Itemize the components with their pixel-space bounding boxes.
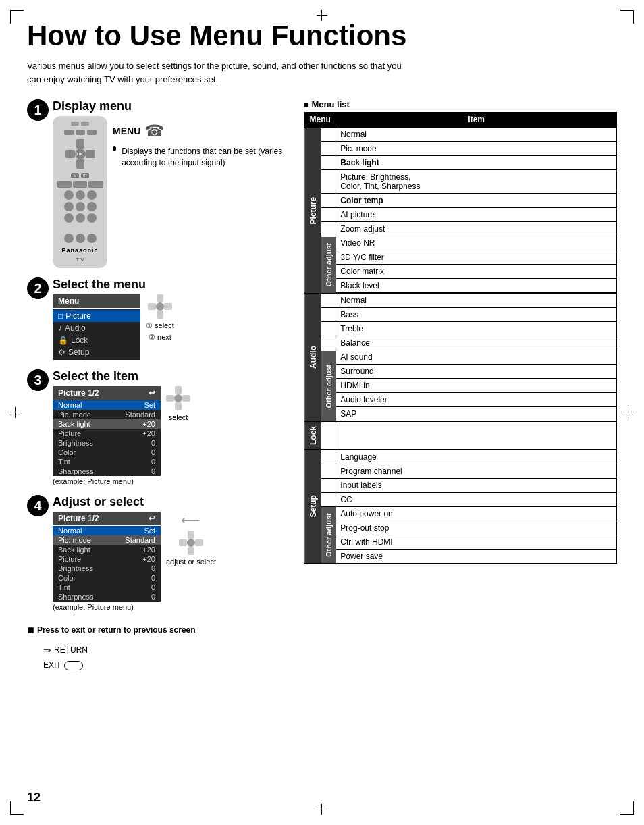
table-row: Pic. mode [304,142,617,156]
table-row: Treble [304,322,617,336]
step-2-content: Select the menu Menu □Picture ♪Audio [53,277,290,360]
table-row: Lock [304,421,617,450]
item-lock [336,421,617,450]
menu4-picture[interactable]: Picture+20 [53,554,161,564]
step-1-content: Display menu [53,99,290,268]
menu-header-2: Menu [53,294,140,308]
item-3d-yc-filter: 3D Y/C filter [336,250,617,265]
crosshair-top [317,10,327,21]
table-row: Bass [304,308,617,322]
step-4-menu-box: Picture 1/2 ↩ NormalSet Pic. modeStandar… [53,512,161,602]
setup-category: Setup [304,450,321,564]
audio-category: Audio [304,293,321,421]
item-ai-picture: AI picture [336,208,617,222]
table-row: CC [304,493,617,507]
item-video-nr: Video NR [336,236,617,250]
menu3-normal[interactable]: NormalSet [53,400,161,410]
menu-list-title: Menu list [304,99,617,109]
item-sap: SAP [336,407,617,422]
remote-dpad[interactable]: OK [65,139,95,169]
step-2: 2 Select the menu Menu □Picture ♪Audio [27,277,290,360]
item-normal-2: Normal [336,293,617,308]
menu-item-setup[interactable]: ⚙Setup [53,346,140,358]
menu3-back-light[interactable]: Back light+20 [53,419,161,429]
item-cc: CC [336,493,617,507]
table-row: Color temp [304,194,617,208]
corner-mark-bl [10,801,24,815]
step-1-number: 1 [27,99,49,121]
press-exit-section: ■ Press to exit or return to previous sc… [27,620,290,672]
step-1-labels: MENU ☎ Displays the functions that can b… [113,122,290,169]
menu3-sharpness[interactable]: Sharpness0 [53,467,161,476]
step-2-title: Select the menu [53,277,290,292]
setup-no-sub-1 [321,450,336,464]
step-3-dpad-area: select [166,386,190,421]
table-row: Surround [304,365,617,379]
item-col-header: Item [336,112,617,128]
audio-other-adjust: Other adjust [321,350,336,422]
table-row: Setup Language [304,450,617,464]
corner-mark-tr [620,10,634,24]
mini-dpad-2 [148,294,172,319]
table-row: Program channel [304,464,617,479]
table-row: HDMI in [304,379,617,393]
corner-mark-tl [10,10,24,24]
menu-item-audio[interactable]: ♪Audio [53,322,140,334]
step-4-content: Adjust or select Picture 1/2 ↩ NormalSet [53,495,290,611]
step-3-example: (example: Picture menu) [53,477,290,485]
menu4-color[interactable]: Color0 [53,573,161,583]
menu3-picture[interactable]: Picture+20 [53,429,161,438]
item-program-channel: Program channel [336,464,617,479]
table-row: Audio leveler [304,393,617,407]
page-number: 12 [27,791,41,805]
item-auto-power-on: Auto power on [336,507,617,521]
item-ctrl-with-hdmi: Ctrl with HDMI [336,535,617,550]
menu3-brightness[interactable]: Brightness0 [53,438,161,448]
main-layout: 1 Display menu [27,99,617,672]
menu4-sharpness[interactable]: Sharpness0 [53,592,161,602]
crosshair-bottom [317,804,327,815]
item-input-labels: Input labels [336,479,617,493]
step-1-body: OK M RT [53,116,290,268]
exit-button-icon[interactable] [64,661,83,670]
lock-no-sub [321,421,336,450]
crosshair-right [623,407,634,418]
step-2-number: 2 [27,277,49,299]
item-audio-leveler: Audio leveler [336,393,617,407]
item-ai-sound: AI sound [336,350,617,365]
menu-item-lock[interactable]: 🔒Lock [53,334,140,346]
brand-logo: Panasonic [62,247,99,254]
menu4-back-light[interactable]: Back light+20 [53,545,161,554]
menu4-brightness[interactable]: Brightness0 [53,564,161,573]
item-bass: Bass [336,308,617,322]
picture-no-sub-1 [321,128,336,142]
menu4-tint[interactable]: Tint0 [53,583,161,592]
item-power-save: Power save [336,550,617,564]
mini-dpad-4 [179,531,203,555]
menu-item-picture[interactable]: □Picture [53,310,140,322]
picture-no-sub-2 [321,142,336,156]
picture-no-sub-3 [321,156,336,170]
picture-no-sub-6 [321,208,336,222]
item-color-temp: Color temp [336,194,617,208]
menu4-pic-mode[interactable]: Pic. modeStandard [53,535,161,545]
picture-other-adjust: Other adjust [321,236,336,294]
menu3-pic-mode[interactable]: Pic. modeStandard [53,410,161,419]
menu3-color[interactable]: Color0 [53,448,161,457]
item-black-level: Black level [336,279,617,294]
setup-other-adjust: Other adjust [321,507,336,564]
item-language: Language [336,450,617,464]
table-row: Color matrix [304,265,617,279]
table-row: Other adjust Video NR [304,236,617,250]
menu4-normal[interactable]: NormalSet [53,526,161,535]
audio-no-sub-4 [321,336,336,350]
intro-text: Various menus allow you to select settin… [27,59,405,86]
item-balance: Balance [336,336,617,350]
table-row: Balance [304,336,617,350]
step-3-title: Select the item [53,369,290,383]
table-row: 3D Y/C filter [304,250,617,265]
setup-no-sub-3 [321,479,336,493]
menu-col-header: Menu [304,112,336,128]
menu3-tint[interactable]: Tint0 [53,457,161,467]
step-1-desc: Displays the functions that can be set (… [122,146,290,169]
